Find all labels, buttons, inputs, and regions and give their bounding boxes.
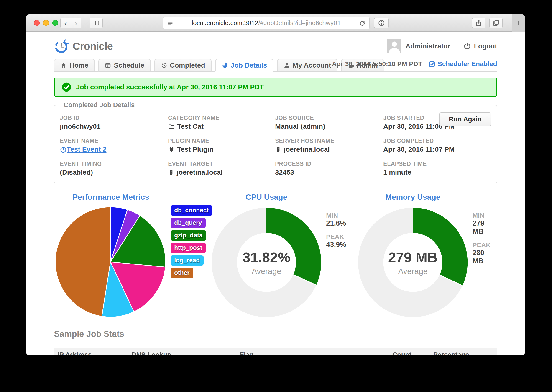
field-label: EVENT TIMING — [60, 161, 168, 167]
performance-metrics-chart: Performance Metrics db_connectdb_querygz… — [54, 193, 209, 319]
nav-buttons: ‹ › — [60, 18, 81, 28]
field-label: EVENT TARGET — [168, 161, 275, 167]
field-value: Test Plugin — [168, 146, 275, 153]
field-label: CATEGORY NAME — [168, 115, 275, 121]
job-field: JOB IDjino6chwy01 — [60, 115, 168, 130]
job-stats-table: IP AddressDNS LookupFlagCountPercentage … — [54, 348, 497, 355]
legend-pill-db_connect[interactable]: db_connect — [171, 205, 212, 216]
status-area: Apr 30, 2016 5:50:10 PM PDT Scheduler En… — [332, 60, 497, 68]
run-again-button[interactable]: Run Again — [439, 112, 491, 126]
checkbox-checked-icon — [429, 61, 436, 68]
calendar-icon — [105, 62, 111, 69]
legend-pill-other[interactable]: other — [171, 268, 193, 278]
field-label: SERVER HOSTNAME — [275, 138, 383, 144]
tabs-overview-icon — [492, 19, 500, 27]
field-label: JOB ID — [60, 115, 168, 121]
forward-button[interactable]: › — [71, 18, 81, 28]
column-header: DNS Lookup — [128, 348, 236, 355]
charts-row: Performance Metrics db_connectdb_querygz… — [54, 193, 497, 319]
home-icon — [60, 62, 67, 69]
info-icon — [378, 19, 385, 27]
reader-mode-icon[interactable] — [167, 20, 174, 27]
share-button[interactable] — [472, 18, 485, 28]
window-controls — [34, 20, 58, 26]
clock-icon — [60, 147, 67, 153]
column-header: Count — [389, 348, 430, 355]
logout-button[interactable]: Logout — [463, 42, 497, 50]
tab-label: My Account — [293, 61, 331, 69]
job-field: EVENT NAMETest Event 2 — [60, 138, 168, 153]
gauge-arc — [413, 220, 455, 280]
cpu-donut-gauge[interactable] — [210, 206, 323, 319]
sidebar-toggle-button[interactable] — [90, 18, 103, 28]
field-text: jino6chwy01 — [60, 123, 101, 130]
field-text[interactable]: Test Event 2 — [67, 146, 107, 153]
address-bar[interactable]: local.cronicle.com:3012/#JobDetails?id=j… — [163, 17, 370, 29]
username[interactable]: Administrator — [406, 42, 450, 50]
scheduler-label: Scheduler Enabled — [438, 60, 497, 68]
reload-icon[interactable] — [359, 20, 366, 27]
legend-pill-db_query[interactable]: db_query — [171, 218, 206, 228]
share-icon — [475, 19, 482, 27]
page-info-button[interactable] — [374, 18, 389, 28]
folder-icon — [168, 123, 175, 130]
memory-usage-chart: Memory Usage 279 MB Average MIN 279 MB P… — [356, 193, 497, 319]
field-value: jino6chwy01 — [60, 123, 168, 130]
app-header: Cronicle Administrator Logout — [54, 36, 497, 57]
plug-icon — [168, 146, 175, 153]
stats-table-title: Sample Job Stats — [54, 329, 497, 339]
tab-my-account[interactable]: My Account — [277, 59, 337, 72]
new-tab-button[interactable]: + — [512, 14, 525, 32]
cpu-peak-label: PEAK — [326, 233, 346, 241]
success-banner: Job completed successfully at Apr 30, 20… — [54, 77, 497, 97]
pie-slice-other[interactable] — [55, 207, 110, 316]
legend-pill-log_read[interactable]: log_read — [171, 255, 203, 266]
browser-toolbar: ‹ › local.cronicle.com:3012/#JobDetails?… — [26, 14, 525, 32]
cpu-min-label: MIN — [326, 212, 346, 219]
field-text: joeretina.local — [284, 146, 330, 153]
zoom-window-button[interactable] — [52, 20, 58, 26]
page-content: Cronicle Administrator Logout — [26, 36, 525, 355]
check-circle-icon — [61, 82, 72, 92]
scheduler-toggle[interactable]: Scheduler Enabled — [429, 60, 497, 68]
legend-pill-gzip_data[interactable]: gzip_data — [171, 230, 206, 241]
app-brand[interactable]: Cronicle — [54, 39, 113, 54]
column-header: Flag — [236, 348, 389, 355]
tab-job-details[interactable]: Job Details — [215, 59, 274, 72]
job-field: CATEGORY NAMETest Cat — [168, 115, 275, 130]
tab-schedule[interactable]: Schedule — [98, 59, 151, 72]
field-value: Test Event 2 — [60, 146, 168, 153]
event-link[interactable]: Test Event 2 — [60, 146, 107, 153]
divider — [457, 40, 457, 53]
back-button[interactable]: ‹ — [60, 18, 71, 28]
tab-home[interactable]: Home — [54, 59, 95, 72]
success-message: Job completed successfully at Apr 30, 20… — [76, 83, 264, 91]
legend-pill-http_post[interactable]: http_post — [171, 243, 206, 253]
field-value: joeretina.local — [168, 168, 275, 176]
performance-pie-chart[interactable] — [54, 206, 167, 318]
memory-stats: MIN 279 MB PEAK 280 MB — [472, 212, 491, 271]
memory-donut-gauge[interactable] — [356, 206, 470, 319]
cpu-peak-value: 43.9% — [326, 241, 346, 249]
show-tabs-button[interactable] — [489, 18, 503, 28]
avatar[interactable] — [387, 39, 401, 53]
job-field: JOB COMPLETEDApr 30, 2016 11:07 PM — [383, 138, 491, 153]
field-text: 1 minute — [383, 168, 411, 176]
chart-title: CPU Usage — [210, 193, 323, 202]
browser-window: ‹ › local.cronicle.com:3012/#JobDetails?… — [26, 14, 525, 355]
field-value: 1 minute — [383, 168, 491, 176]
url-path: /#JobDetails?id=jino6chwy01 — [258, 19, 341, 27]
cronicle-logo-icon — [54, 39, 69, 54]
panel-legend: Completed Job Details — [61, 101, 138, 109]
field-text: joeretina.local — [177, 168, 223, 176]
close-window-button[interactable] — [34, 20, 40, 26]
job-field: EVENT TARGETjoeretina.local — [168, 161, 275, 176]
field-text: 32453 — [275, 168, 294, 176]
field-value: joeretina.local — [275, 146, 383, 153]
job-field: PLUGIN NAMETest Plugin — [168, 138, 275, 153]
field-label: PLUGIN NAME — [168, 138, 275, 144]
tab-completed[interactable]: Completed — [154, 59, 211, 72]
cpu-usage-chart: CPU Usage 31.82% Average MIN 21.6% PEAK … — [210, 193, 355, 319]
pie-chart-icon — [222, 62, 228, 69]
minimize-window-button[interactable] — [43, 20, 49, 26]
